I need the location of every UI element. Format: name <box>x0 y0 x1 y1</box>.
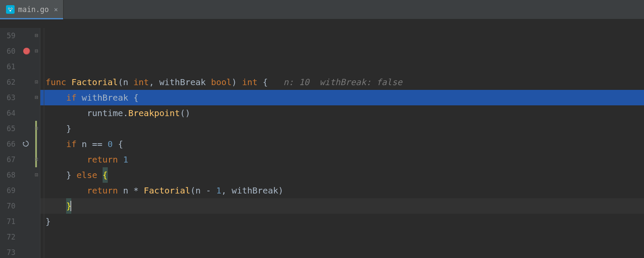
code-token: 0 <box>108 136 113 152</box>
line-number: 63 <box>0 90 15 105</box>
line-number: 70 <box>0 198 15 214</box>
svg-point-5 <box>9 10 11 12</box>
svg-point-3 <box>9 8 9 9</box>
inline-debug-hint: n: 10 <box>283 74 309 90</box>
code-token: - <box>206 183 216 198</box>
code-token: } <box>46 214 51 229</box>
marker-gutter[interactable]: ⊟⊟⊡⊟⊟⊡⊡ <box>20 28 40 258</box>
gutter-cell[interactable] <box>20 214 40 229</box>
code-token: func <box>46 74 71 90</box>
fold-toggle-icon[interactable]: ⊟ <box>35 90 38 105</box>
line-number: 62 <box>0 74 15 90</box>
code-token: ( <box>118 74 123 90</box>
code-line[interactable]: } else { <box>40 167 644 183</box>
gutter-cell[interactable]: ⊡ <box>20 74 40 90</box>
code-line[interactable]: func Factorial(n int, withBreak bool) in… <box>40 74 644 90</box>
gutter-cell[interactable] <box>20 245 40 258</box>
code-token: ) <box>278 183 283 198</box>
svg-point-4 <box>11 8 12 9</box>
gutter-cell[interactable]: ⊟ <box>20 90 40 105</box>
gutter-cell[interactable]: ⊟ <box>20 28 40 43</box>
fold-toggle-icon[interactable]: ⊟ <box>35 121 38 136</box>
code-token: == <box>92 136 107 152</box>
code-token: { <box>134 90 139 105</box>
svg-rect-0 <box>6 5 15 14</box>
gutter-cell[interactable] <box>20 59 40 74</box>
line-number: 69 <box>0 183 15 198</box>
line-number: 59 <box>0 28 15 43</box>
breakpoint-icon[interactable] <box>23 48 30 55</box>
code-token: { <box>103 167 108 183</box>
code-token: if <box>66 136 82 152</box>
code-token: n <box>195 183 206 198</box>
fold-toggle-icon[interactable]: ⊡ <box>35 74 38 90</box>
line-number-gutter: 596061626364656667686970717273 <box>0 28 20 258</box>
code-line[interactable]: } <box>40 214 644 229</box>
line-number: 65 <box>0 121 15 136</box>
code-token: } <box>66 167 76 183</box>
gutter-cell[interactable] <box>20 229 40 245</box>
code-line[interactable]: return n * Factorial(n - 1, withBreak) <box>40 183 644 198</box>
code-area[interactable]: func Factorial(n int, withBreak bool) in… <box>40 28 644 258</box>
code-token: withBreak <box>159 74 211 90</box>
code-token: ( <box>190 183 195 198</box>
line-number: 67 <box>0 152 15 167</box>
text-cursor <box>70 201 71 211</box>
gutter-cell[interactable]: ⊡ <box>20 152 40 167</box>
code-line[interactable]: return 1 <box>40 152 644 167</box>
gutter-cell[interactable]: ⊟ <box>20 43 40 59</box>
line-number: 66 <box>0 136 15 152</box>
gutter-cell[interactable] <box>20 198 40 214</box>
line-number: 71 <box>0 214 15 229</box>
file-tab-main-go[interactable]: main.go ✕ <box>0 0 64 19</box>
code-token: runtime <box>87 105 123 121</box>
code-token: return <box>87 152 123 167</box>
code-line[interactable]: runtime.Breakpoint() <box>40 105 644 121</box>
close-tab-icon[interactable]: ✕ <box>54 2 58 17</box>
code-line[interactable]: if n == 0 { <box>40 136 644 152</box>
fold-toggle-icon[interactable]: ⊟ <box>35 43 38 59</box>
code-line[interactable]: } <box>40 121 644 136</box>
code-token: withBreak <box>82 90 133 105</box>
code-token: return <box>87 183 123 198</box>
gutter-cell[interactable] <box>20 105 40 121</box>
code-token: , <box>149 74 159 90</box>
line-number: 61 <box>0 59 15 74</box>
code-token: else <box>76 167 102 183</box>
code-token: n <box>123 74 134 90</box>
code-token: if <box>66 90 82 105</box>
fold-toggle-icon[interactable]: ⊟ <box>35 28 38 43</box>
gopher-icon <box>6 5 15 14</box>
fold-toggle-icon[interactable]: ⊡ <box>35 167 38 183</box>
code-token: n <box>82 136 92 152</box>
indent-guide <box>44 28 44 258</box>
code-token: } <box>66 121 71 136</box>
line-number: 72 <box>0 229 15 245</box>
code-token: Factorial <box>144 183 190 198</box>
recursive-call-icon[interactable] <box>22 136 29 152</box>
line-number: 64 <box>0 105 15 121</box>
code-token: , <box>222 183 232 198</box>
code-token: Factorial <box>71 74 118 90</box>
code-token: 1 <box>216 183 221 198</box>
code-line[interactable]: } <box>40 198 644 214</box>
inline-debug-hint: withBreak: false <box>309 74 402 90</box>
tab-bar: main.go ✕ <box>0 0 644 19</box>
code-token: 1 <box>123 152 128 167</box>
gutter-cell[interactable]: ⊡ <box>20 167 40 183</box>
code-editor[interactable]: 596061626364656667686970717273 ⊟⊟⊡⊟⊟⊡⊡ f… <box>0 19 644 258</box>
code-token: int <box>242 74 258 90</box>
code-token: * <box>134 183 144 198</box>
code-token: Breakpoint <box>128 105 180 121</box>
code-line[interactable] <box>40 229 644 245</box>
code-token: () <box>180 105 190 121</box>
code-token: withBreak <box>232 183 278 198</box>
code-token: n <box>123 183 134 198</box>
code-line[interactable]: if withBreak { <box>40 90 644 105</box>
gutter-cell[interactable]: ⊟ <box>20 121 40 136</box>
code-line[interactable] <box>40 245 644 258</box>
fold-toggle-icon[interactable]: ⊡ <box>35 152 38 167</box>
line-number: 68 <box>0 167 15 183</box>
gutter-cell[interactable] <box>20 136 40 152</box>
gutter-cell[interactable] <box>20 183 40 198</box>
